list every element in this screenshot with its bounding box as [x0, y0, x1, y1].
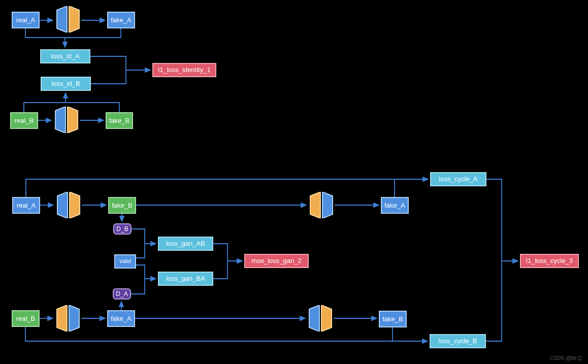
generator-icon-6: [307, 305, 334, 334]
node-mse-loss-gan: mse_loss_gan_2: [244, 254, 309, 268]
generator-icon-3: [55, 192, 82, 220]
svg-marker-6: [310, 192, 320, 218]
svg-marker-11: [321, 305, 332, 332]
node-loss-gan-ab: loss_gan_AB: [158, 237, 213, 251]
node-fake-b-right: fake_B: [379, 311, 407, 327]
node-fake-a-right: fake_A: [381, 197, 409, 214]
svg-marker-5: [70, 192, 80, 218]
node-fake-b-bottom: fake_B: [108, 197, 136, 214]
node-real-b-bottom: real_B: [12, 310, 40, 327]
node-real-b-top: real_B: [10, 112, 38, 129]
svg-marker-4: [57, 192, 68, 218]
svg-marker-7: [322, 192, 333, 218]
svg-marker-8: [57, 305, 67, 332]
watermark: CSDN @Mr.Q: [550, 355, 582, 361]
svg-marker-10: [309, 305, 319, 332]
node-real-a-bottom: real_A: [12, 197, 40, 214]
node-loss-id-b: loss_id_B: [41, 77, 91, 91]
node-loss-cycle-b: loss_cycle_B: [430, 334, 486, 348]
svg-marker-9: [69, 305, 79, 332]
node-l1-loss-cycle: l1_loss_cycle_3: [520, 254, 579, 268]
svg-marker-1: [69, 6, 79, 32]
svg-marker-3: [68, 107, 78, 133]
node-d-a: D_A: [113, 288, 131, 300]
generator-icon-2: [53, 107, 80, 135]
node-fake-a-top: fake_A: [107, 12, 135, 28]
node-d-b: D_B: [113, 223, 132, 235]
node-loss-id-a: loss_id_A: [40, 49, 90, 63]
generator-icon-5: [55, 305, 81, 334]
node-real-a-top: real_A: [12, 12, 40, 28]
node-fake-a-bottom: fake_A: [107, 310, 135, 327]
node-l1-loss-identity: l1_loss_identity_1: [152, 63, 216, 77]
generator-icon-1: [55, 6, 81, 35]
node-loss-gan-ba: loss_gan_BA: [158, 272, 213, 286]
node-fake-b-top: fake_B: [106, 112, 133, 129]
node-loss-cycle-a: loss_cycle_A: [430, 172, 486, 186]
generator-icon-4: [308, 192, 335, 220]
svg-marker-2: [55, 107, 66, 133]
svg-marker-0: [57, 6, 67, 32]
node-valid: valid: [114, 254, 136, 269]
